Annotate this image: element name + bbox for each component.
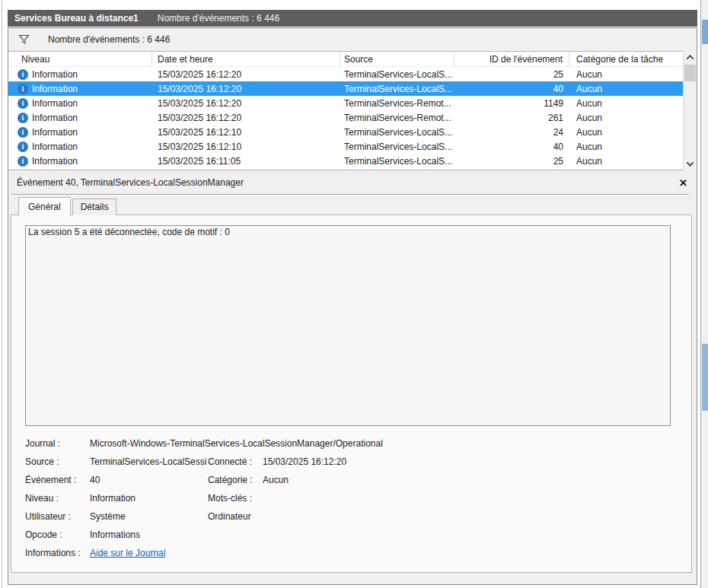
chevron-up-icon (687, 55, 694, 62)
property-row: Opcode :Informations (25, 526, 684, 544)
scroll-down-button[interactable] (684, 157, 697, 170)
events-pane: Nombre d'événements : 6 446 NiveauDate e… (8, 27, 697, 585)
property-row: Niveau :InformationMots-clés : (25, 489, 684, 507)
tab-details[interactable]: Détails (72, 199, 117, 215)
information-icon: i (18, 141, 28, 152)
actions-pane-scrollbar-thumb[interactable] (702, 344, 708, 411)
event-table-header: NiveauDate et heureSourceID de l'événeme… (8, 52, 697, 67)
column-header[interactable]: Source (340, 52, 454, 66)
table-scrollbar[interactable] (683, 51, 697, 170)
property-row: Source :TerminalServices-LocalSessiConne… (25, 453, 684, 471)
column-header[interactable]: Catégorie de la tâche (569, 52, 697, 66)
information-icon: i (18, 127, 28, 138)
event-description: La session 5 a été déconnectée, code de … (28, 227, 230, 237)
table-row[interactable]: iInformation15/03/2025 16:12:20TerminalS… (8, 110, 697, 125)
funnel-icon (18, 34, 30, 45)
column-header[interactable]: ID de l'événement (454, 52, 569, 66)
event-properties: Journal :Microsoft-Windows-TerminalServi… (25, 434, 684, 562)
pane-title-bar: Services Bureau à distance1 Nombre d'évé… (8, 10, 697, 27)
tab-general[interactable]: Général (18, 197, 71, 216)
chevron-down-icon (687, 159, 694, 167)
event-detail-title: Événement 40, TerminalServices-LocalSess… (17, 177, 679, 188)
pane-title: Services Bureau à distance1 (14, 13, 139, 24)
general-tab-page: La session 5 a été déconnectée, code de … (11, 215, 692, 573)
information-icon: i (18, 113, 28, 123)
information-icon: i (18, 84, 28, 94)
event-description-box: La session 5 a été déconnectée, code de … (25, 225, 671, 426)
event-table: NiveauDate et heureSourceID de l'événeme… (8, 51, 697, 170)
actions-pane-edge-segment (702, 20, 708, 44)
table-row[interactable]: iInformation15/03/2025 16:11:05TerminalS… (8, 154, 697, 168)
scrollbar-thumb[interactable] (684, 65, 696, 81)
filter-bar-count: Nombre d'événements : 6 446 (48, 34, 170, 45)
information-icon: i (18, 156, 28, 167)
actions-pane-edge (700, 0, 708, 588)
tree-pane-splitter[interactable] (2, 0, 2, 588)
filter-bar: Nombre d'événements : 6 446 (8, 28, 697, 50)
column-header[interactable]: Niveau (8, 52, 152, 66)
information-icon: i (18, 69, 28, 80)
property-row: Informations :Aide sur le Journal (25, 544, 684, 562)
property-row: Utilisateur :SystèmeOrdinateur (25, 507, 684, 526)
property-row: Journal :Microsoft-Windows-TerminalServi… (25, 434, 684, 453)
pane-event-count: Nombre d'événements : 6 446 (158, 13, 279, 24)
table-row[interactable]: iInformation15/03/2025 16:12:20TerminalS… (8, 67, 697, 81)
table-row[interactable]: iInformation15/03/2025 16:12:20TerminalS… (8, 81, 697, 96)
information-icon: i (18, 98, 28, 109)
table-row[interactable]: iInformation15/03/2025 16:12:20TerminalS… (8, 96, 697, 110)
detail-tabs: Général Détails (18, 196, 118, 215)
detail-header-divider (11, 194, 689, 195)
scroll-up-button[interactable] (684, 51, 697, 64)
event-detail-header: Événement 40, TerminalServices-LocalSess… (8, 174, 697, 191)
column-header[interactable]: Date et heure (152, 52, 340, 66)
table-row[interactable]: iInformation15/03/2025 16:12:10TerminalS… (8, 125, 697, 139)
close-icon[interactable]: ✕ (679, 178, 687, 188)
log-help-link[interactable]: Aide sur le Journal (90, 548, 165, 558)
table-row[interactable]: iInformation15/03/2025 16:12:10TerminalS… (8, 139, 697, 154)
property-row: Événement :40Catégorie :Aucun (25, 471, 684, 489)
event-table-body: iInformation15/03/2025 16:12:20TerminalS… (8, 67, 697, 168)
